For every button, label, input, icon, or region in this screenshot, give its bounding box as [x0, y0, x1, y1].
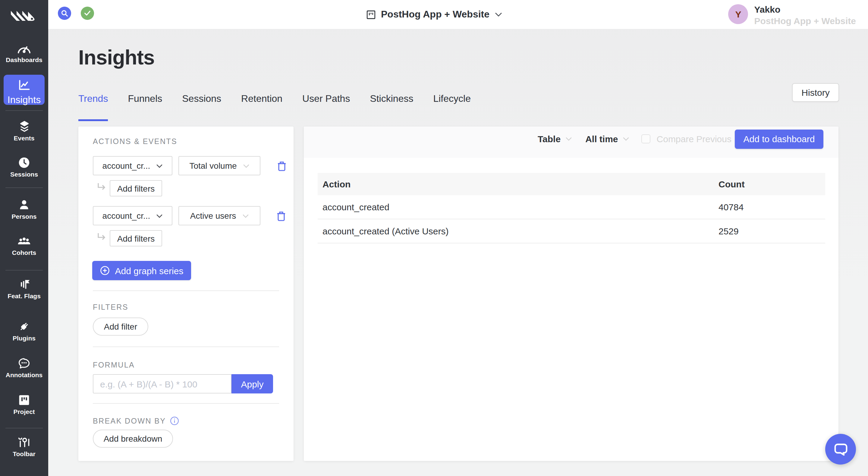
history-button[interactable]: History	[792, 83, 839, 102]
line-chart-icon	[4, 79, 44, 93]
project-icon	[0, 394, 48, 406]
formula-label: FORMULA	[93, 361, 135, 369]
sidebar: Dashboards Insights Events	[0, 0, 48, 476]
apply-button[interactable]: Apply	[231, 374, 273, 393]
chevron-down-icon	[623, 137, 629, 141]
column-header-action: Action	[318, 179, 718, 189]
search-button[interactable]	[58, 7, 71, 20]
chevron-down-icon	[242, 214, 249, 218]
math-select-1[interactable]: Total volume	[179, 156, 260, 175]
table-header-row: Action Count	[318, 173, 825, 195]
flag-icon	[0, 278, 48, 290]
compare-label: Compare Previous	[657, 134, 732, 144]
results-panel: Table All time Compare Previous Add to d…	[304, 127, 838, 461]
user-org: PostHog App + Website	[754, 16, 856, 26]
event-select-2[interactable]: account_cr...	[93, 206, 173, 225]
results-toolbar: Table All time Compare Previous Add to d…	[304, 127, 838, 158]
plug-icon	[0, 321, 48, 332]
page-title: Insights	[79, 46, 155, 69]
chat-bubble-icon	[833, 442, 848, 456]
tab-funnels[interactable]: Funnels	[128, 93, 162, 121]
top-header: PostHog App + Website Y Yakko PostHog Ap…	[48, 0, 868, 29]
info-icon	[170, 416, 179, 425]
app-window: Dashboards Insights Events	[0, 0, 868, 476]
project-switcher-label: PostHog App + Website	[381, 9, 490, 20]
insight-editor-panel: ACTIONS & EVENTS account_cr... Total vol…	[79, 127, 293, 461]
speech-bubble-icon	[0, 357, 48, 369]
delete-series-1-icon[interactable]	[277, 161, 286, 171]
results-table: Action Count account_created 40784 accou…	[318, 173, 825, 244]
chat-widget-button[interactable]	[825, 434, 856, 465]
tab-lifecycle[interactable]: Lifecycle	[433, 93, 471, 121]
person-icon	[0, 199, 48, 211]
section-divider	[93, 290, 279, 291]
sidebar-divider	[5, 270, 43, 271]
sidebar-item-dashboards[interactable]: Dashboards	[0, 42, 48, 63]
project-outline-icon	[367, 10, 375, 19]
add-filters-button-2[interactable]: Add filters	[110, 230, 162, 247]
sidebar-item-project[interactable]: Project	[0, 394, 48, 415]
sidebar-divider	[5, 187, 43, 188]
user-name: Yakko	[754, 5, 856, 14]
add-graph-series-button[interactable]: Add graph series	[92, 261, 191, 280]
project-switcher[interactable]: PostHog App + Website	[367, 0, 502, 29]
sidebar-item-events[interactable]: Events	[0, 121, 48, 141]
event-select-1[interactable]: account_cr...	[93, 156, 173, 175]
sidebar-item-sessions[interactable]: Sessions	[0, 157, 48, 178]
tools-icon	[0, 436, 48, 448]
filters-label: FILTERS	[93, 303, 128, 312]
tab-stickiness[interactable]: Stickiness	[370, 93, 413, 121]
sidebar-divider	[5, 110, 43, 111]
sidebar-item-plugins[interactable]: Plugins	[0, 321, 48, 342]
compare-previous-toggle[interactable]: Compare Previous	[642, 134, 732, 144]
table-row: account_created 40784	[318, 195, 825, 219]
check-icon	[84, 10, 91, 16]
table-row: account_created (Active Users) 2529	[318, 219, 825, 244]
posthog-logo-icon[interactable]	[9, 9, 37, 25]
sidebar-item-persons[interactable]: Persons	[0, 199, 48, 220]
chevron-down-icon	[156, 214, 163, 218]
chevron-down-icon	[495, 12, 502, 17]
breakdown-label: BREAK DOWN BY	[93, 416, 179, 425]
tab-trends[interactable]: Trends	[79, 93, 108, 121]
add-filters-button-1[interactable]: Add filters	[110, 180, 162, 196]
people-group-icon	[0, 235, 48, 247]
section-divider	[93, 346, 279, 347]
delete-series-2-icon[interactable]	[277, 211, 286, 221]
tab-sessions[interactable]: Sessions	[182, 93, 221, 121]
user-menu[interactable]: Y Yakko PostHog App + Website	[728, 4, 856, 26]
nested-arrow-icon	[97, 232, 107, 242]
sidebar-item-annotations[interactable]: Annotations	[0, 357, 48, 378]
chevron-down-icon	[565, 137, 572, 141]
avatar: Y	[728, 4, 748, 24]
compare-checkbox[interactable]	[642, 134, 651, 144]
add-filter-button[interactable]: Add filter	[93, 318, 148, 336]
tab-user-paths[interactable]: User Paths	[302, 93, 350, 121]
nested-arrow-icon	[97, 183, 107, 192]
search-icon	[61, 10, 68, 17]
math-select-2[interactable]: Active users	[179, 206, 260, 225]
date-range-select[interactable]: All time	[585, 134, 629, 144]
sidebar-item-feat-flags[interactable]: Feat. Flags	[0, 278, 48, 299]
sidebar-item-toolbar[interactable]: Toolbar	[0, 436, 48, 457]
add-to-dashboard-button[interactable]: Add to dashboard	[735, 129, 824, 149]
sidebar-item-insights[interactable]: Insights	[4, 75, 44, 105]
add-breakdown-button[interactable]: Add breakdown	[93, 430, 173, 448]
actions-events-label: ACTIONS & EVENTS	[93, 137, 177, 146]
clock-icon	[0, 157, 48, 169]
formula-input[interactable]	[93, 374, 231, 393]
status-ok-button[interactable]	[81, 7, 94, 20]
layers-icon	[0, 121, 48, 132]
chevron-down-icon	[243, 164, 250, 168]
view-select[interactable]: Table	[538, 134, 572, 144]
insight-tabs: Trends Funnels Sessions Retention User P…	[79, 93, 491, 121]
gauge-icon	[0, 42, 48, 54]
chevron-down-icon	[156, 164, 163, 168]
tab-retention[interactable]: Retention	[241, 93, 282, 121]
column-header-count: Count	[718, 179, 825, 189]
plus-circle-icon	[100, 266, 110, 275]
section-divider	[93, 403, 279, 404]
sidebar-divider	[5, 428, 43, 429]
sidebar-item-cohorts[interactable]: Cohorts	[0, 235, 48, 256]
